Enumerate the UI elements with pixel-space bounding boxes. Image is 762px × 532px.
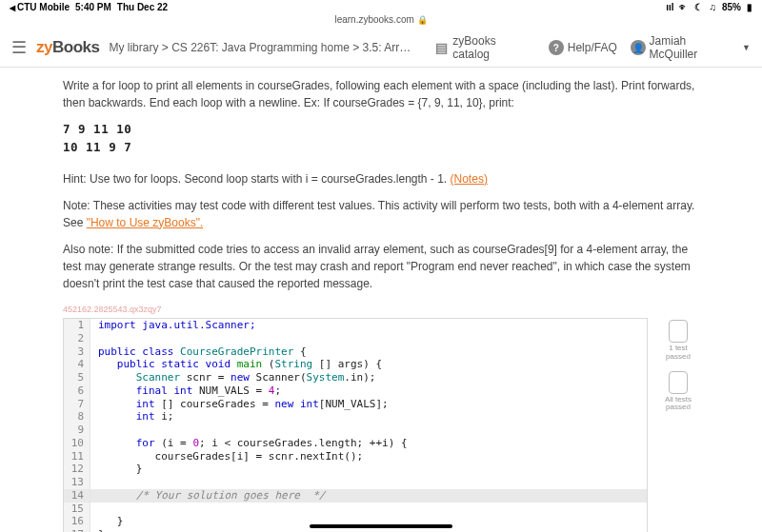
- all-tests-passed: All tests passed: [665, 371, 692, 413]
- battery-pct: 85%: [722, 2, 741, 12]
- browser-url-bar[interactable]: learn.zybooks.com 🔒: [0, 14, 762, 29]
- crumb-section: 3.5: Arrays: [363, 41, 415, 54]
- instructions-p1: Write a for loop to print all elements i…: [63, 77, 699, 111]
- home-indicator[interactable]: [310, 524, 452, 528]
- catalog-icon: ▤: [433, 40, 449, 55]
- one-test-passed: 1 test passed: [666, 320, 691, 362]
- avatar-icon: 👤: [631, 40, 646, 55]
- breadcrumb: My library > CS 226T: Java Programming h…: [109, 41, 414, 54]
- signal-icon: ııl: [666, 2, 673, 12]
- ios-status-bar: CTU Mobile 5:40 PM Thu Dec 22 ııl ᯤ ☾ ♫ …: [0, 0, 762, 14]
- battery-icon: ▮: [747, 2, 752, 12]
- code-editor[interactable]: 1import java.util.Scanner; 2 3public cla…: [63, 318, 648, 532]
- headphones-icon: ♫: [709, 2, 716, 12]
- catalog-link[interactable]: ▤ zyBooks catalog: [433, 34, 534, 61]
- help-link[interactable]: ? Help/FAQ: [549, 40, 617, 55]
- test-badge-icon: [669, 371, 688, 394]
- status-date: Thu Dec 22: [117, 2, 168, 12]
- watermark-id: 452162.2825543.qx3zqy7: [63, 304, 699, 317]
- code-container: 452162.2825543.qx3zqy7 1import java.util…: [63, 304, 699, 533]
- chevron-down-icon: ▼: [742, 43, 751, 52]
- solution-line[interactable]: 14 /* Your solution goes here */: [64, 489, 647, 502]
- test-sidebar: 1 test passed All tests passed: [657, 318, 699, 532]
- how-to-link[interactable]: "How to Use zyBooks".: [87, 216, 204, 229]
- back-to-app[interactable]: CTU Mobile: [10, 2, 70, 12]
- dnd-icon: ☾: [694, 2, 703, 12]
- lock-icon: 🔒: [417, 15, 428, 25]
- crumb-course[interactable]: CS 226T: Java Programming home: [171, 41, 350, 54]
- brand-zy: zy: [36, 38, 52, 56]
- brand-books: Books: [52, 38, 99, 56]
- status-time: 5:40 PM: [75, 2, 111, 12]
- note-2: Also note: If the submitted code tries t…: [63, 241, 699, 292]
- notes-link[interactable]: (Notes): [451, 172, 488, 186]
- header-links: ▤ zyBooks catalog ? Help/FAQ 👤 Jamiah Mc…: [433, 34, 751, 61]
- url-text: learn.zybooks.com: [334, 14, 413, 25]
- crumb-my-library[interactable]: My library: [109, 41, 158, 54]
- app-header: ☰ zyBooks My library > CS 226T: Java Pro…: [0, 29, 762, 68]
- activity-content: Write a for loop to print all elements i…: [0, 68, 762, 532]
- hint: Hint: Use two for loops. Second loop sta…: [63, 170, 699, 187]
- menu-icon[interactable]: ☰: [11, 37, 27, 58]
- user-menu[interactable]: 👤 Jamiah McQuiller ▼: [631, 34, 751, 61]
- note-1: Note: These activities may test code wit…: [63, 197, 699, 231]
- expected-output: 7 9 11 10 10 11 9 7: [63, 121, 699, 157]
- brand-logo[interactable]: zyBooks: [36, 38, 99, 57]
- wifi-icon: ᯤ: [679, 2, 689, 12]
- test-badge-icon: [669, 320, 688, 343]
- help-icon: ?: [549, 40, 564, 55]
